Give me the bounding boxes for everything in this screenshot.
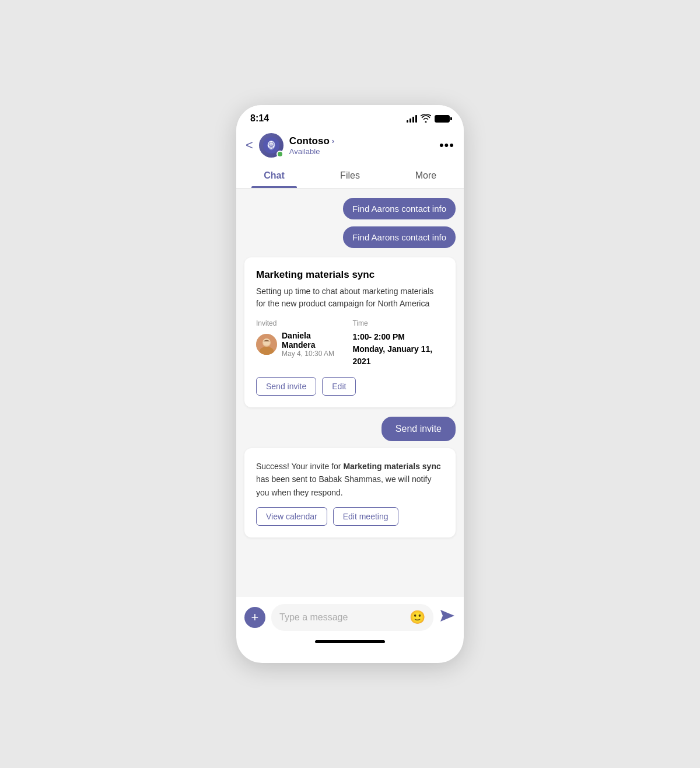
send-invite-bubble[interactable]: Send invite: [382, 417, 456, 441]
card-description: Setting up time to chat about marketing …: [256, 285, 444, 310]
status-bar: 8:14: [236, 105, 464, 128]
send-icon: [439, 608, 456, 624]
contact-status: Available: [289, 147, 439, 156]
send-button[interactable]: [439, 608, 456, 627]
invited-group: Invited: [256, 319, 339, 368]
back-button[interactable]: <: [246, 138, 253, 153]
home-indicator: [236, 636, 464, 645]
battery-icon: [435, 115, 450, 123]
emoji-button[interactable]: 🙂: [410, 610, 425, 625]
success-card: Success! Your invite for Marketing mater…: [244, 448, 456, 537]
card-actions: Send invite Edit: [256, 377, 444, 396]
view-calendar-button[interactable]: View calendar: [256, 507, 327, 526]
contact-info: Contoso › Available: [289, 135, 439, 156]
contact-name: Contoso ›: [289, 135, 439, 147]
invitee-row: Daniela Mandera May 4, 10:30 AM: [256, 331, 339, 358]
suggestion-bubble-2[interactable]: Find Aarons contact info: [343, 226, 456, 248]
chat-area: Find Aarons contact info Find Aarons con…: [236, 188, 464, 597]
status-time: 8:14: [250, 113, 269, 124]
teams-logo-icon: [263, 137, 279, 153]
phone-frame: 8:14 <: [236, 105, 464, 663]
svg-point-5: [263, 338, 270, 345]
card-title: Marketing materials sync: [256, 269, 444, 281]
wifi-icon: [421, 114, 431, 123]
name-chevron-icon: ›: [332, 137, 334, 145]
message-bar: + Type a message 🙂: [236, 597, 464, 636]
tab-more[interactable]: More: [388, 163, 464, 188]
invitee-avatar: [256, 334, 277, 355]
invitee-details: Daniela Mandera May 4, 10:30 AM: [282, 331, 339, 358]
success-message: Success! Your invite for Marketing mater…: [256, 460, 444, 499]
time-value: 1:00- 2:00 PM Monday, January 11, 2021: [353, 331, 444, 368]
success-actions: View calendar Edit meeting: [256, 507, 444, 526]
time-label: Time: [353, 319, 444, 327]
signal-icon: [407, 114, 417, 123]
status-icons: [407, 114, 450, 123]
invited-label: Invited: [256, 319, 339, 327]
more-options-button[interactable]: •••: [439, 138, 454, 153]
message-input-wrapper: Type a message 🙂: [271, 604, 433, 631]
card-details: Invited: [256, 319, 444, 368]
edit-meeting-button[interactable]: Edit meeting: [333, 507, 398, 526]
svg-marker-6: [440, 610, 454, 622]
invitee-date: May 4, 10:30 AM: [282, 350, 339, 358]
plus-icon: +: [251, 611, 259, 624]
edit-button[interactable]: Edit: [322, 377, 356, 396]
send-invite-button[interactable]: Send invite: [256, 377, 316, 396]
invitee-name: Daniela Mandera: [282, 331, 339, 350]
tab-bar: Chat Files More: [236, 163, 464, 188]
calendar-card: Marketing materials sync Setting up time…: [244, 257, 456, 407]
success-bold: Marketing materials sync: [343, 462, 440, 471]
home-bar: [315, 640, 385, 643]
svg-rect-1: [269, 144, 273, 148]
online-status-dot: [276, 151, 284, 158]
avatar-image: [256, 334, 277, 355]
add-attachment-button[interactable]: +: [244, 607, 265, 628]
tab-chat[interactable]: Chat: [236, 163, 312, 188]
message-input[interactable]: Type a message: [279, 612, 405, 623]
tab-files[interactable]: Files: [312, 163, 388, 188]
avatar-face: [256, 334, 277, 355]
suggestion-bubble-1[interactable]: Find Aarons contact info: [343, 198, 456, 219]
time-group: Time 1:00- 2:00 PM Monday, January 11, 2…: [353, 319, 444, 368]
suggestion-bubble-row-1: Find Aarons contact info: [244, 198, 456, 219]
suggestion-bubble-row-2: Find Aarons contact info: [244, 226, 456, 248]
send-invite-bubble-row: Send invite: [244, 417, 456, 441]
header: < Contoso › Available •••: [236, 128, 464, 163]
contact-avatar: [259, 133, 284, 158]
